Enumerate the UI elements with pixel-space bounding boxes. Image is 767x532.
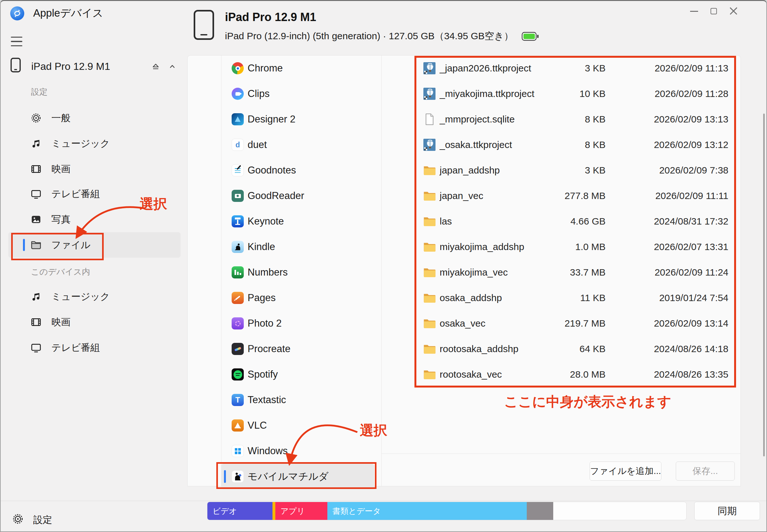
eject-icon[interactable]	[147, 58, 164, 75]
app-row-photo2[interactable]: Photo 2	[221, 311, 381, 336]
sidebar-item-device-tv[interactable]: テレビ番組	[8, 335, 181, 360]
tv-icon	[30, 188, 42, 200]
file-size: 28.0 MB	[535, 369, 606, 380]
photo-icon	[30, 214, 42, 225]
collapse-chevron-icon[interactable]	[164, 58, 181, 75]
device-name: iPad Pro 12.9 M1	[225, 11, 316, 24]
app-row-designer2[interactable]: Designer 2	[221, 107, 381, 132]
scrollbar-thumb[interactable]	[763, 114, 765, 456]
file-name: rootosaka_vec	[437, 369, 535, 380]
file-row[interactable]: _osaka.ttkproject 8 KB 2026/02/09 13:12	[381, 132, 741, 158]
app-row-duet[interactable]: dduet	[221, 132, 381, 158]
save-button[interactable]: 保存...	[676, 462, 735, 481]
file-date: 2019/01/24 7:54	[606, 292, 728, 303]
sidebar-item-label: ミュージック	[51, 290, 110, 303]
app-label: Chrome	[247, 63, 283, 74]
app-label: Pages	[247, 292, 276, 304]
folder-file-icon	[423, 164, 436, 176]
file-row[interactable]: rootosaka_vec 28.0 MB 2024/08/26 13:35	[381, 362, 741, 387]
file-name: _mmproject.sqlite	[437, 114, 535, 125]
divider	[381, 454, 741, 454]
app-row-goodreader[interactable]: GoodReader	[221, 183, 381, 209]
chrome-app-icon	[232, 62, 244, 74]
sidebar-device-row[interactable]: iPad Pro 12.9 M1	[8, 54, 181, 79]
app-label: Kindle	[247, 241, 275, 253]
app-label: Numbers	[247, 267, 288, 278]
minimize-button[interactable]	[684, 1, 704, 21]
close-button[interactable]	[724, 1, 743, 21]
app-row-pages[interactable]: Pages	[221, 285, 381, 311]
sidebar-item-photos[interactable]: 写真	[8, 207, 181, 232]
file-row[interactable]: japan_vec 277.8 MB 2026/02/09 11:11	[381, 183, 741, 209]
sidebar-item-label: テレビ番組	[51, 341, 100, 354]
app-row-kindle[interactable]: Kindle	[221, 234, 381, 260]
sidebar-item-general[interactable]: 一般	[8, 105, 181, 131]
storage-segment-video: ビデオ	[207, 502, 272, 520]
battery-icon	[522, 32, 539, 41]
sync-button[interactable]: 同期	[694, 502, 760, 520]
ttkproject-file-icon	[423, 88, 436, 100]
maximize-button[interactable]	[704, 1, 724, 21]
goodreader-app-icon	[232, 190, 244, 202]
sidebar-item-device-music[interactable]: ミュージック	[8, 284, 181, 309]
file-size: 10 KB	[535, 88, 606, 99]
file-row[interactable]: miyakojima_vec 33.7 MB 2026/02/09 11:24	[381, 260, 741, 285]
sidebar-item-device-movies[interactable]: 映画	[8, 309, 181, 335]
file-row[interactable]: rootosaka_addshp 64 KB 2024/08/26 14:18	[381, 336, 741, 362]
sidebar-item-tv[interactable]: テレビ番組	[8, 181, 181, 207]
file-date: 2026/02/09 13:13	[606, 114, 728, 125]
pages-app-icon	[232, 292, 244, 304]
sidebar-item-label: ファイル	[51, 239, 91, 252]
app-row-keynote[interactable]: Keynote	[221, 209, 381, 234]
sidebar-item-label: ミュージック	[51, 137, 110, 150]
app-row-vlc[interactable]: VLC	[221, 413, 381, 438]
app-row-procreate[interactable]: Procreate	[221, 336, 381, 362]
divider	[1, 501, 767, 501]
tablet-icon	[10, 57, 21, 75]
file-row[interactable]: las 4.66 GB 2024/08/31 17:32	[381, 209, 741, 234]
app-row-clips[interactable]: Clips	[221, 81, 381, 107]
music-note-icon	[30, 291, 42, 302]
sidebar-item-movies[interactable]: 映画	[8, 156, 181, 182]
settings-footer[interactable]: 設定	[8, 509, 168, 531]
app-row-spotify[interactable]: Spotify	[221, 362, 381, 387]
file-row[interactable]: _mmproject.sqlite 8 KB 2026/02/09 13:13	[381, 107, 741, 132]
add-files-button[interactable]: ファイルを追加...	[590, 462, 661, 481]
app-row-numbers[interactable]: Numbers	[221, 260, 381, 285]
file-row[interactable]: _japan2026.ttkproject 3 KB 2026/02/09 11…	[381, 55, 741, 81]
file-row[interactable]: osaka_vec 219.7 MB 2026/02/09 13:14	[381, 311, 741, 336]
spotify-app-icon	[232, 368, 244, 381]
mobile-matilda-app-icon	[232, 470, 244, 483]
file-size: 3 KB	[535, 63, 606, 74]
file-name: rootosaka_addshp	[437, 344, 535, 354]
sidebar-item-label: 写真	[51, 213, 70, 226]
sidebar-item-music[interactable]: ミュージック	[8, 131, 181, 156]
file-size: 4.66 GB	[535, 216, 606, 227]
file-row[interactable]: miyakojima_addshp 1.0 MB 2026/02/07 13:3…	[381, 234, 741, 260]
file-date: 2026/02/09 7:38	[606, 165, 728, 176]
app-label: Keynote	[247, 216, 284, 227]
kindle-app-icon	[232, 241, 244, 253]
file-name: osaka_addshp	[437, 292, 535, 303]
file-row[interactable]: osaka_addshp 11 KB 2019/01/24 7:54	[381, 285, 741, 311]
file-date: 2026/02/09 13:14	[606, 318, 728, 329]
file-row[interactable]: japan_addshp 3 KB 2026/02/09 7:38	[381, 158, 741, 183]
app-list: Chrome Clips Designer 2 dduet Goodnotes …	[221, 55, 381, 489]
apple-devices-window: Appleデバイス iPad Pro 12.9 M1 iPad Pro (12.…	[0, 0, 767, 532]
file-name: japan_vec	[437, 190, 535, 201]
file-size: 1.0 MB	[535, 241, 606, 252]
document-file-icon	[423, 113, 436, 125]
sidebar-item-files[interactable]: ファイル	[8, 232, 181, 258]
file-name: miyakojima_vec	[437, 267, 535, 278]
app-row-chrome[interactable]: Chrome	[221, 55, 381, 81]
file-row[interactable]: _miyakojima.ttkproject 10 KB 2026/02/09 …	[381, 81, 741, 107]
app-row-goodnotes[interactable]: Goodnotes	[221, 158, 381, 183]
app-row-textastic[interactable]: TTextastic	[221, 387, 381, 413]
hamburger-menu-icon[interactable]	[11, 37, 22, 46]
app-label: VLC	[247, 420, 267, 431]
folder-file-icon	[423, 190, 436, 202]
app-row-windows[interactable]: Windows	[221, 438, 381, 464]
app-row-mobile-matilda[interactable]: モバイルマチルダ	[221, 464, 374, 489]
sidebar-item-label: 一般	[51, 112, 70, 125]
file-size: 8 KB	[535, 139, 606, 150]
